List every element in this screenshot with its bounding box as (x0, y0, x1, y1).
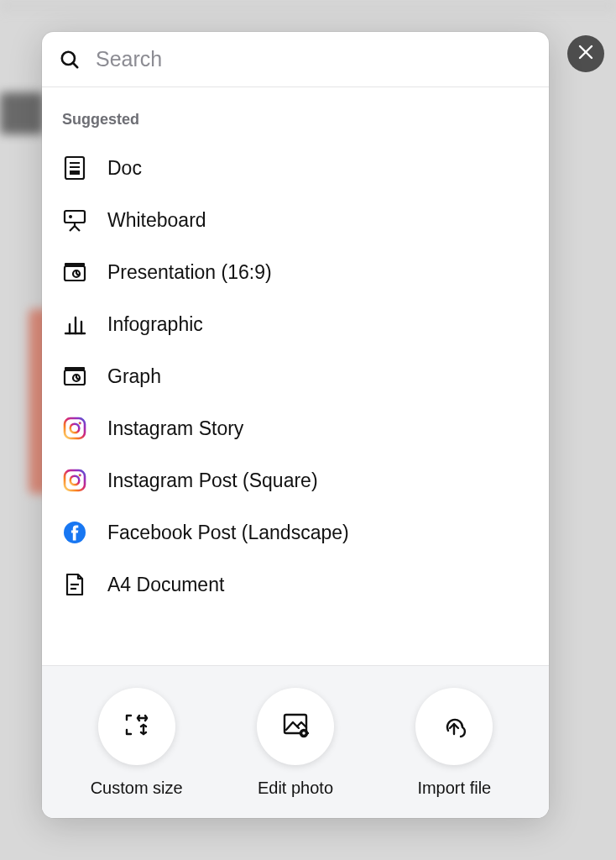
svg-line-17 (76, 274, 79, 275)
item-label: Presentation (16:9) (107, 261, 272, 284)
item-instagram-post[interactable]: Instagram Post (Square) (42, 454, 549, 506)
doc-icon (62, 155, 87, 181)
svg-rect-8 (65, 211, 85, 223)
svg-rect-7 (70, 170, 80, 175)
item-doc[interactable]: Doc (42, 142, 549, 194)
chart-icon (62, 312, 87, 337)
svg-point-9 (69, 215, 72, 218)
action-label: Custom size (91, 779, 183, 798)
svg-point-32 (79, 474, 81, 476)
search-row (42, 32, 549, 87)
item-graph[interactable]: Graph (42, 350, 549, 402)
footer-actions: Custom size (42, 665, 549, 818)
action-circle (415, 688, 493, 765)
item-label: A4 Document (107, 574, 224, 596)
suggested-heading: Suggested (42, 111, 549, 142)
create-design-dialog: Suggested Doc (42, 32, 549, 818)
item-label: Whiteboard (107, 209, 206, 232)
svg-line-12 (75, 226, 80, 231)
instagram-icon (62, 468, 87, 493)
facebook-icon (62, 520, 87, 545)
action-circle (98, 688, 175, 765)
svg-line-3 (73, 62, 77, 66)
item-whiteboard[interactable]: Whiteboard (42, 194, 549, 246)
svg-point-31 (70, 476, 80, 485)
item-presentation[interactable]: Presentation (16:9) (42, 246, 549, 298)
item-label: Infographic (107, 313, 203, 336)
item-label: Instagram Post (Square) (107, 469, 318, 492)
item-instagram-story[interactable]: Instagram Story (42, 402, 549, 454)
action-circle (257, 688, 334, 765)
suggestions-list: Suggested Doc (42, 87, 549, 665)
svg-rect-30 (65, 470, 85, 490)
graph-icon (62, 364, 87, 389)
item-label: Facebook Post (Landscape) (107, 522, 349, 544)
custom-size-icon (120, 708, 154, 746)
svg-line-26 (76, 378, 79, 380)
search-icon (59, 49, 81, 71)
edit-photo-icon (279, 708, 312, 746)
action-import-file[interactable]: Import file (378, 688, 530, 798)
item-facebook-post[interactable]: Facebook Post (Landscape) (42, 506, 549, 558)
svg-rect-13 (65, 266, 85, 281)
svg-point-29 (79, 422, 81, 424)
svg-line-11 (70, 226, 75, 231)
search-input[interactable] (96, 47, 532, 71)
whiteboard-icon (62, 207, 87, 233)
action-custom-size[interactable]: Custom size (61, 688, 212, 798)
close-button[interactable] (567, 35, 604, 72)
a4-doc-icon (62, 572, 87, 597)
action-label: Import file (417, 779, 491, 798)
close-icon (577, 44, 594, 64)
svg-point-28 (70, 424, 80, 433)
svg-rect-14 (65, 263, 85, 266)
action-edit-photo[interactable]: Edit photo (220, 688, 371, 798)
svg-rect-23 (65, 367, 85, 370)
presentation-icon (62, 260, 87, 285)
svg-rect-27 (65, 418, 85, 438)
item-label: Instagram Story (107, 417, 243, 440)
action-label: Edit photo (258, 779, 333, 798)
item-infographic[interactable]: Infographic (42, 298, 549, 350)
svg-rect-22 (65, 370, 85, 385)
import-file-icon (437, 708, 471, 746)
instagram-icon (62, 416, 87, 441)
item-label: Graph (107, 365, 161, 388)
item-a4-document[interactable]: A4 Document (42, 558, 549, 611)
item-label: Doc (107, 157, 142, 180)
